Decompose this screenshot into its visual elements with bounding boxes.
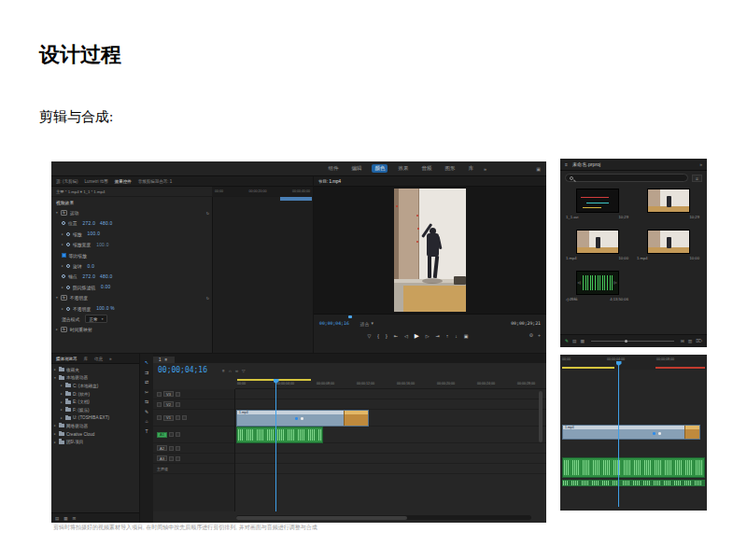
audio-clip[interactable] (236, 427, 323, 443)
workspace-tab[interactable]: 效果 (395, 164, 411, 173)
edit-icon[interactable]: ✎ (565, 339, 569, 343)
nest-toggle-icon[interactable]: ≡ (222, 369, 225, 373)
checkbox-checked-icon[interactable] (62, 253, 66, 258)
stopwatch-icon[interactable] (66, 307, 70, 311)
track-visibility-icon[interactable] (176, 392, 180, 397)
stopwatch-icon[interactable] (62, 274, 65, 278)
snap-icon[interactable]: ∩ (229, 369, 232, 373)
stopwatch-icon[interactable] (66, 232, 70, 236)
track-lane-v3[interactable] (235, 389, 546, 399)
project-item[interactable]: 1_1.avi 10;29 (563, 189, 631, 219)
track-solo-icon[interactable] (176, 446, 180, 451)
settings-wrench-icon[interactable]: ⚙ (529, 332, 533, 338)
track-lane-master[interactable] (235, 464, 546, 474)
track-label[interactable]: V1 (163, 415, 174, 421)
reset-icon[interactable]: ↻ (206, 211, 209, 216)
slip-tool-icon[interactable]: ⇆ (145, 399, 148, 404)
prop-anchor-point[interactable]: 锚点 272.0 480.0 (51, 272, 212, 282)
blend-mode-dropdown[interactable]: 正常 ▾ (85, 315, 106, 323)
tree-item-creative-cloud[interactable]: ▸ Creative Cloud (51, 430, 139, 439)
step-back-icon[interactable]: ◁ (404, 333, 408, 339)
clip-thumbnail-video[interactable] (647, 230, 690, 254)
workspace-menu-icon[interactable]: ▣ (536, 166, 541, 172)
scrollbar-thumb[interactable] (236, 516, 407, 520)
export-frame-icon[interactable]: ▣ (464, 333, 469, 339)
timeline-playhead[interactable] (275, 380, 276, 511)
timeline-current-timecode[interactable]: 00;00;04;16 (158, 366, 207, 374)
effect-motion[interactable]: ▾ fx 运动 ↻ (51, 207, 212, 217)
clip-thumbnail-dark[interactable] (576, 189, 619, 213)
razor-tool-icon[interactable]: ✂ (145, 389, 148, 395)
workspace-tab[interactable]: 组件 (325, 164, 341, 173)
horizontal-scrollbar[interactable] (236, 515, 531, 520)
work-area-bar[interactable] (562, 367, 614, 369)
vertical-scrollbar[interactable] (539, 391, 543, 442)
clip-thumbnail-video[interactable] (647, 189, 690, 213)
trash-icon[interactable]: ⌦ (696, 339, 702, 343)
audio-clip-channel[interactable] (562, 480, 705, 486)
clip-thumbnail-audio[interactable]: ◁ ▷ (576, 271, 619, 295)
track-visibility-icon[interactable] (176, 402, 180, 407)
tab-lumetri-scopes[interactable]: Lumetri 范围 (85, 179, 108, 184)
workspace-tab[interactable]: 编辑 (348, 164, 364, 173)
play-icon[interactable]: ▶ (415, 332, 419, 340)
track-mute-icon[interactable] (169, 446, 174, 451)
tab-program-monitor[interactable]: 节目: 1.mp4 (318, 179, 341, 184)
prop-opacity-value[interactable]: ▸ 不透明度 100.0 % (51, 303, 212, 314)
hand-tool-icon[interactable]: ⌂ (145, 418, 148, 424)
track-lane-v2[interactable] (235, 399, 546, 410)
effect-controls-ruler[interactable]: 00;00 00;00;20;00 00;00;40;00 (212, 187, 313, 197)
prop-value[interactable]: 100.0 (88, 231, 101, 236)
workspace-overflow-icon[interactable]: » (484, 166, 486, 172)
zoom-fit-dropdown[interactable]: 适合 ▾ (360, 321, 374, 327)
project-item[interactable]: 1.mp4 10;00 (563, 230, 631, 260)
prop-value[interactable]: 272.0 480.0 (83, 274, 113, 279)
new-folder-icon[interactable]: ⊞ (73, 516, 77, 521)
video-clip[interactable]: 1.mp4 (236, 410, 369, 427)
stopwatch-icon[interactable] (62, 221, 65, 225)
go-to-out-icon[interactable]: ⇥ (436, 333, 440, 339)
keyframe-lane[interactable] (212, 197, 313, 353)
audio-clip[interactable] (562, 457, 705, 478)
track-lock-icon[interactable] (157, 392, 162, 397)
prop-antiflicker[interactable]: ▸ 防闪烁滤镜 0.00 (51, 282, 212, 292)
track-select-tool-icon[interactable]: ⇉ (145, 370, 148, 375)
track-header-a1[interactable]: A1 (153, 427, 234, 443)
tab-info[interactable]: 信息 (94, 357, 103, 361)
tree-item-drive-c[interactable]: ▸ C: (本地磁盘) (51, 382, 139, 390)
track-sync-icon[interactable] (182, 415, 187, 420)
track-mute-icon[interactable] (169, 456, 174, 461)
mini-timeline-playhead[interactable] (618, 362, 619, 507)
project-item[interactable]: 10;29 (634, 189, 702, 219)
reset-icon[interactable]: ↻ (206, 296, 209, 301)
project-search-input[interactable] (565, 174, 688, 182)
track-lock-icon[interactable] (157, 402, 162, 407)
tree-item-team-projects[interactable]: ▸ 团队项目 (51, 438, 139, 446)
zoom-slider[interactable] (591, 341, 674, 342)
icon-view-icon[interactable]: ▦ (581, 339, 585, 343)
prop-scale[interactable]: ▸ 缩放 100.0 (51, 229, 212, 239)
ripple-edit-tool-icon[interactable]: ⇄ (145, 379, 148, 385)
track-label-targeted[interactable]: A1 (157, 432, 167, 438)
tab-source-monitor[interactable]: 源: (无剪辑) (56, 179, 78, 184)
add-marker-icon[interactable]: ▽ (367, 333, 371, 339)
clip-thumbnail-video[interactable] (576, 230, 619, 254)
effect-opacity[interactable]: ▾ fx 不透明度 ↻ (51, 293, 212, 303)
tab-effect-controls[interactable]: 效果控件 (115, 179, 132, 184)
prop-rotation[interactable]: ▸ 旋转 0.0 (51, 260, 212, 271)
track-mute-icon[interactable] (169, 432, 174, 437)
tree-item-drive-d[interactable]: ▸ D: (软件) (51, 390, 139, 399)
track-solo-icon[interactable] (176, 432, 180, 437)
step-forward-icon[interactable]: ▷ (426, 333, 430, 339)
lift-icon[interactable]: ↑ (446, 333, 449, 339)
panel-menu-icon[interactable]: ≡ (565, 161, 568, 167)
mark-in-icon[interactable]: { (377, 333, 379, 339)
track-header-v1[interactable]: V1 (153, 410, 234, 427)
clip-orange-segment[interactable] (344, 411, 368, 426)
workspace-tab[interactable]: 库 (465, 164, 476, 173)
workspace-tab[interactable]: 图形 (442, 164, 458, 173)
track-label[interactable]: V3 (163, 391, 174, 397)
mark-out-icon[interactable]: } (386, 333, 388, 339)
workspace-tab[interactable]: 音频 (418, 164, 434, 173)
prop-value[interactable]: 100.0 (96, 243, 109, 247)
